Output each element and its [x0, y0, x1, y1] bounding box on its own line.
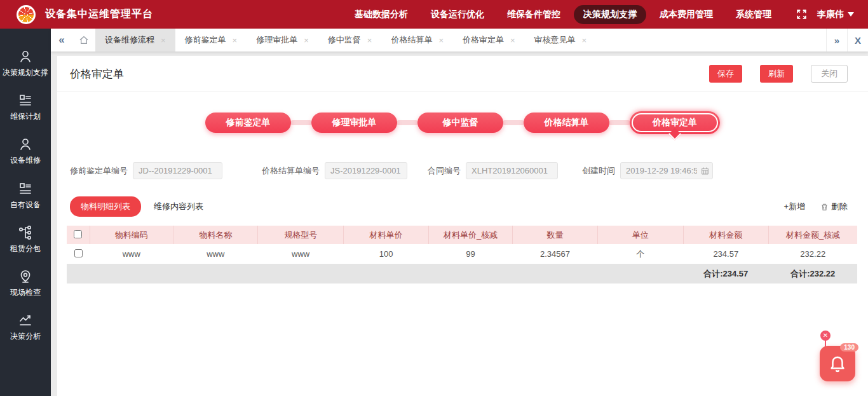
tab-close-icon[interactable]: × — [304, 36, 309, 45]
col-unit-price: 材料单价 — [343, 226, 428, 244]
summary-amount-reduced: 合计:232.22 — [768, 264, 857, 283]
sidebar: 决策规划支撑 维保计划 设备维修 自有设备 租赁分包 现场检查 决策分析 — [0, 29, 51, 396]
tab-review-opinion[interactable]: 审核意见单× — [525, 29, 597, 51]
table-actions: +新增 删除 — [783, 201, 848, 212]
tab-close-icon[interactable]: × — [367, 36, 372, 45]
tab-repair-approval[interactable]: 修理审批单× — [247, 29, 318, 51]
calendar-icon — [701, 167, 709, 175]
nav-item-spare-parts[interactable]: 维保备件管控 — [498, 5, 570, 24]
nav-item-cost-management[interactable]: 成本费用管理 — [650, 5, 722, 24]
notification-widget: ✕ 130 — [820, 331, 857, 381]
step-label: 修中监督 — [443, 117, 478, 128]
sidebar-item-label: 决策分析 — [10, 332, 41, 341]
sidebar-item-decision-planning[interactable]: 决策规划支撑 — [0, 41, 51, 85]
col-quantity: 数量 — [512, 226, 597, 244]
step-price-settlement[interactable]: 价格结算单 — [524, 113, 609, 133]
user-menu[interactable]: 李康伟 — [817, 9, 854, 20]
step-connector — [609, 120, 630, 125]
step-connector — [397, 120, 418, 125]
fullscreen-icon[interactable] — [796, 9, 807, 20]
pre-appraisal-no-input[interactable] — [133, 162, 222, 179]
tab-price-settlement[interactable]: 价格结算单× — [381, 29, 453, 51]
card-header: 价格审定单 保存 刷新 关闭 — [57, 56, 868, 92]
tab-label: 修中监督 — [328, 34, 361, 46]
tabs-scroll-left-icon[interactable]: « — [51, 29, 72, 51]
user-icon — [18, 137, 33, 152]
sidebar-item-maintenance-plan[interactable]: 维保计划 — [0, 85, 51, 129]
notification-close-icon[interactable]: ✕ — [820, 331, 831, 341]
home-icon — [79, 35, 89, 45]
tabs-scroll-right-icon[interactable]: » — [826, 29, 847, 51]
tab-price-verification[interactable]: 价格审定单× — [453, 29, 525, 51]
sidebar-item-label: 决策规划支撑 — [3, 69, 48, 77]
tab-label: 修理审批单 — [256, 34, 297, 46]
sidebar-item-label: 设备维修 — [10, 156, 41, 165]
field-label: 修前鉴定单编号 — [70, 165, 128, 177]
add-row-label: +新增 — [783, 201, 805, 212]
sidebar-item-site-inspection[interactable]: 现场检查 — [0, 261, 51, 305]
tab-close-icon[interactable]: × — [510, 36, 515, 45]
sidebar-item-equipment-repair[interactable]: 设备维修 — [0, 129, 51, 173]
nav-item-decision-planning[interactable]: 决策规划支撑 — [574, 5, 646, 24]
tab-close-icon[interactable]: × — [161, 36, 166, 45]
user-name-label: 李康伟 — [817, 9, 844, 20]
col-material-code: 物料编码 — [90, 226, 173, 244]
close-button[interactable]: 关闭 — [811, 65, 848, 83]
sidebar-item-lease-subcontract[interactable]: 租赁分包 — [0, 217, 51, 261]
tab-pre-appraisal[interactable]: 修前鉴定单× — [175, 29, 247, 51]
table-header-row: 物料编码 物料名称 规格型号 材料单价 材料单价_核减 数量 单位 材料金额 材… — [67, 226, 857, 244]
step-pre-appraisal[interactable]: 修前鉴定单 — [205, 113, 291, 133]
step-price-verification[interactable]: 价格审定单 — [630, 111, 720, 134]
step-repair-approval[interactable]: 修理审批单 — [311, 113, 397, 133]
share-network-icon — [18, 225, 33, 240]
price-settlement-no-input[interactable] — [325, 162, 407, 179]
select-all-checkbox[interactable] — [74, 230, 82, 238]
cell-unit-price: 100 — [343, 244, 428, 264]
tab-mid-repair-supervision[interactable]: 修中监督× — [318, 29, 382, 51]
nav-item-system-management[interactable]: 系统管理 — [726, 5, 781, 24]
tab-close-icon[interactable]: × — [582, 36, 587, 45]
refresh-button[interactable]: 刷新 — [760, 65, 793, 83]
plan-list-icon — [18, 181, 33, 196]
app-logo-icon — [17, 5, 36, 24]
field-label: 创建时间 — [582, 165, 615, 177]
form-fields-row: 修前鉴定单编号 价格结算单编号 合同编号 创建时间 — [70, 162, 868, 179]
tab-close-icon[interactable]: × — [438, 36, 444, 45]
row-select-cell — [67, 244, 90, 264]
field-pre-appraisal-no: 修前鉴定单编号 — [70, 162, 222, 179]
top-nav: 基础数据分析 设备运行优化 维保备件管控 决策规划支撑 成本费用管理 系统管理 — [345, 5, 781, 24]
step-mid-repair-supervision[interactable]: 修中监督 — [417, 113, 503, 133]
cell-unit-price-reduced: 99 — [429, 244, 512, 264]
step-label: 修理审批单 — [332, 117, 377, 128]
table-row[interactable]: www www www 100 99 2.34567 个 234.57 232.… — [67, 244, 857, 264]
tab-material-detail-list[interactable]: 物料明细列表 — [70, 196, 141, 217]
create-time-input[interactable] — [620, 162, 713, 179]
content-card: 价格审定单 保存 刷新 关闭 修前鉴定单 修理审批单 修中监督 价格结算单 价格… — [57, 56, 868, 396]
trend-chart-icon — [18, 313, 33, 328]
trash-icon — [820, 203, 829, 211]
summary-row: 合计:234.57 合计:232.22 — [67, 264, 857, 283]
tab-repair-content-list[interactable]: 维修内容列表 — [154, 201, 203, 212]
nav-item-basic-data[interactable]: 基础数据分析 — [345, 5, 417, 24]
notification-badge: 130 — [840, 343, 858, 352]
nav-item-operation-optimize[interactable]: 设备运行优化 — [421, 5, 494, 24]
sidebar-item-decision-analysis[interactable]: 决策分析 — [0, 305, 51, 349]
app-title: 设备集中运维管理平台 — [45, 8, 153, 21]
tab-close-icon[interactable]: × — [233, 36, 238, 45]
sidebar-item-own-equipment[interactable]: 自有设备 — [0, 174, 51, 217]
add-row-button[interactable]: +新增 — [783, 201, 805, 212]
tab-repair-process[interactable]: 设备维修流程× — [95, 29, 175, 51]
contract-no-input[interactable] — [466, 162, 558, 179]
brand: 设备集中运维管理平台 — [17, 5, 153, 24]
delete-row-button[interactable]: 删除 — [820, 201, 848, 212]
close-all-tabs-icon[interactable]: X — [847, 29, 868, 51]
field-label: 价格结算单编号 — [262, 165, 320, 177]
location-pin-icon — [18, 269, 33, 284]
home-tab[interactable] — [72, 29, 95, 51]
save-button[interactable]: 保存 — [709, 65, 742, 83]
sidebar-item-label: 现场检查 — [10, 289, 41, 297]
sidebar-item-label: 维保计划 — [10, 113, 41, 121]
field-label: 合同编号 — [428, 165, 461, 177]
row-checkbox[interactable] — [74, 249, 83, 257]
summary-spacer — [67, 264, 683, 283]
